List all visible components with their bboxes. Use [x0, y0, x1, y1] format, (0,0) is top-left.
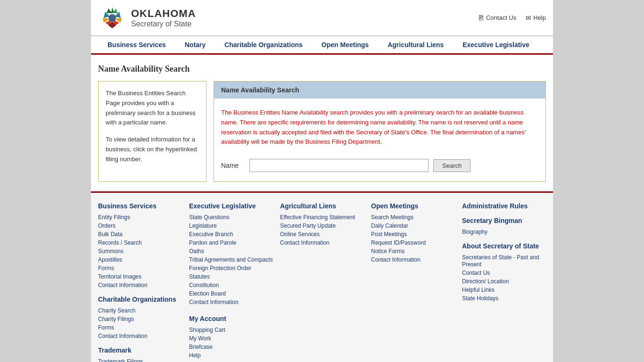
footer-link-charity-search[interactable]: Charity Search	[98, 307, 135, 314]
footer-link-statutes[interactable]: Statutes	[189, 273, 210, 280]
footer-link-trademark-filings[interactable]: Trademark Filings	[98, 358, 143, 362]
footer-link-secured-party[interactable]: Secured Party Update	[280, 222, 336, 229]
search-button[interactable]: Search	[433, 159, 471, 172]
footer-link-efs[interactable]: Effective Financing Statement	[280, 214, 355, 221]
footer-link-request-id[interactable]: Request ID/Password	[371, 239, 426, 246]
logo-title: OKLAHOMA	[131, 8, 196, 20]
footer-link-post-meetings[interactable]: Post Meetings	[371, 231, 407, 238]
footer-link-summons[interactable]: Summons	[98, 248, 124, 255]
nav-agricultural[interactable]: Agricultural Liens	[378, 36, 453, 53]
footer-link-secretaries-past[interactable]: Secretaries of State - Past and Present	[462, 254, 539, 268]
svg-point-10	[108, 14, 116, 22]
footer-agricultural-title: Agricultural Liens	[280, 202, 364, 210]
nav-open-meetings[interactable]: Open Meetings	[312, 36, 378, 53]
logo-subtitle: Secretary of State	[131, 20, 196, 28]
nav-notary[interactable]: Notary	[175, 36, 215, 53]
logo-icon	[98, 5, 126, 31]
footer-link-bulk-data[interactable]: Bulk Data	[98, 231, 123, 238]
name-label: Name	[221, 162, 245, 169]
help-label: Help	[533, 14, 546, 21]
footer-link-contact-bs[interactable]: Contact Information	[98, 282, 148, 288]
footer-secretary-title: Secretary Bingman	[462, 217, 546, 224]
footer-charitable-title: Charitable Organizations	[98, 296, 182, 303]
footer-link-online-services[interactable]: Online Services	[280, 231, 320, 238]
footer-link-direction[interactable]: Direction/ Location	[462, 278, 509, 285]
contact-us-link[interactable]: 🖹 Contact Us	[478, 14, 516, 22]
footer-col-executive: Executive Legislative State Questions Le…	[189, 202, 273, 362]
footer-link-pardon-parole[interactable]: Pardon and Parole	[189, 239, 236, 246]
footer-link-state-holidays[interactable]: State Holidays	[462, 295, 498, 302]
footer-link-search-meetings[interactable]: Search Meetings	[371, 214, 413, 221]
footer-link-state-questions[interactable]: State Questions	[189, 214, 229, 221]
footer-about-sos-title: About Secretary of State	[462, 242, 546, 250]
nav-charitable[interactable]: Charitable Organizations	[215, 36, 312, 53]
footer: Business Services Entity Filings Orders …	[91, 191, 553, 362]
mail-icon: ✉	[526, 14, 531, 22]
footer-business-title: Business Services	[98, 202, 182, 210]
left-panel-text1: The Business Entities Search Page provid…	[106, 89, 199, 128]
footer-my-account-title: My Account	[189, 315, 273, 322]
footer-link-election-board[interactable]: Election Board	[189, 290, 226, 297]
name-search-row: Name Search	[221, 159, 538, 172]
svg-marker-1	[107, 8, 112, 13]
footer-link-charity-filings[interactable]: Charity Filings	[98, 316, 134, 322]
footer-link-apostilles[interactable]: Apostilles	[98, 256, 122, 263]
footer-link-contact-co[interactable]: Contact Information	[98, 333, 148, 339]
footer-col-admin: Administrative Rules Secretary Bingman B…	[462, 202, 546, 362]
footer-link-tribal[interactable]: Tribal Agreements and Compacts	[189, 256, 273, 263]
page-title: Name Availability Search	[98, 64, 546, 74]
footer-link-contact-el[interactable]: Contact Information	[189, 299, 239, 305]
footer-link-records-search[interactable]: Records / Search	[98, 239, 142, 246]
footer-col-business: Business Services Entity Filings Orders …	[98, 202, 182, 362]
footer-link-contact-al[interactable]: Contact Information	[280, 239, 330, 246]
footer-link-shopping-cart[interactable]: Shopping Cart	[189, 327, 225, 333]
notice-text: The Business Entities Name Availability …	[221, 108, 538, 147]
footer-link-contact-sos[interactable]: Contact Us	[462, 270, 490, 276]
footer-link-executive-branch[interactable]: Executive Branch	[189, 231, 233, 238]
footer-link-territorial[interactable]: Territorial Images	[98, 273, 141, 280]
footer-col-open-meetings: Open Meetings Search Meetings Daily Cale…	[371, 202, 455, 362]
footer-link-contact-om[interactable]: Contact Information	[371, 256, 421, 263]
footer-admin-rules-title: Administrative Rules	[462, 202, 546, 210]
left-panel-text2: To view detailed information for a busin…	[106, 135, 199, 164]
footer-link-briefcase[interactable]: Briefcase	[189, 344, 213, 350]
contact-us-label: Contact Us	[486, 14, 516, 21]
footer-link-foreign-protection[interactable]: Foreign Protection Order	[189, 265, 251, 272]
help-link[interactable]: ✉ Help	[526, 14, 546, 22]
footer-link-forms-co[interactable]: Forms	[98, 324, 114, 331]
footer-trademark-title: Trademark	[98, 346, 182, 354]
name-input[interactable]	[249, 159, 429, 172]
contact-icon: 🖹	[478, 14, 484, 22]
left-panel: The Business Entities Search Page provid…	[98, 81, 206, 182]
footer-link-forms-bs[interactable]: Forms	[98, 265, 114, 272]
footer-col-agricultural: Agricultural Liens Effective Financing S…	[280, 202, 364, 362]
footer-link-entity-filings[interactable]: Entity Filings	[98, 214, 130, 221]
footer-link-constitution[interactable]: Constitution	[189, 282, 219, 288]
footer-link-my-work[interactable]: My Work	[189, 335, 211, 342]
nav-executive[interactable]: Executive Legislative	[453, 36, 539, 53]
logo-area: OKLAHOMA Secretary of State	[98, 5, 196, 31]
header-links: 🖹 Contact Us ✉ Help	[478, 14, 546, 22]
logo-text: OKLAHOMA Secretary of State	[131, 8, 196, 28]
footer-executive-title: Executive Legislative	[189, 202, 273, 210]
footer-open-meetings-title: Open Meetings	[371, 202, 455, 210]
search-panel: Name Availability Search The Business En…	[214, 81, 546, 182]
footer-link-orders[interactable]: Orders	[98, 222, 116, 229]
footer-link-help[interactable]: Help	[189, 352, 201, 359]
search-panel-title: Name Availability Search	[214, 82, 545, 99]
nav-business-services[interactable]: Business Services	[98, 36, 175, 53]
footer-link-notice-forms[interactable]: Notice Forms	[371, 248, 405, 255]
footer-link-daily-calendar[interactable]: Daily Calendar	[371, 222, 408, 229]
footer-link-helpful-links[interactable]: Helpful Links	[462, 287, 495, 293]
footer-link-legislature[interactable]: Legislature	[189, 222, 217, 229]
main-nav: Business Services Notary Charitable Orga…	[91, 36, 553, 55]
footer-link-biography[interactable]: Biography	[462, 229, 487, 235]
footer-link-oaths[interactable]: Oaths	[189, 248, 204, 255]
